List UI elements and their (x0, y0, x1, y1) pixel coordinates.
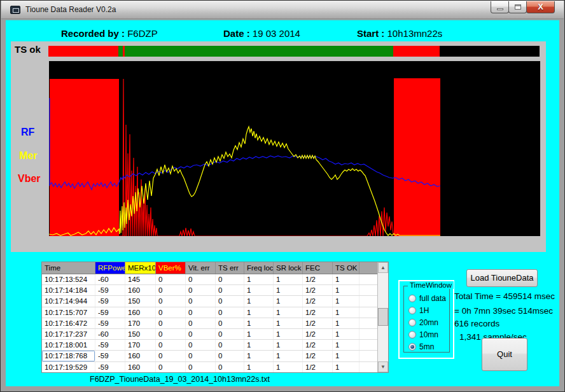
table-cell[interactable]: 160 (125, 362, 156, 372)
table-cell[interactable]: 1 (274, 362, 303, 372)
table-row[interactable]: 10:17:14:944-59150000111/21 (42, 296, 377, 307)
table-cell[interactable]: 1/2 (303, 340, 333, 350)
table-cell[interactable]: 0 (216, 318, 244, 328)
table-cell[interactable]: 0 (216, 329, 244, 339)
load-tiounedata-button[interactable]: Load TiouneData (466, 269, 538, 287)
table-cell[interactable]: 0 (156, 340, 186, 350)
radio-icon[interactable] (408, 319, 416, 326)
table-cell[interactable]: 0 (186, 285, 216, 295)
table-cell[interactable]: -60 (95, 274, 125, 284)
table-cell[interactable]: 160 (125, 307, 156, 318)
table-cell[interactable]: 1 (333, 307, 359, 318)
table-cell[interactable]: 1 (244, 318, 274, 328)
column-header[interactable]: Freq lock (244, 262, 274, 274)
column-header[interactable]: RFPower (95, 262, 125, 274)
maximize-button[interactable] (508, 1, 527, 13)
table-cell[interactable]: -59 (95, 285, 125, 295)
table-cell[interactable]: 0 (216, 285, 244, 295)
table-cell[interactable]: 145 (125, 274, 156, 284)
table-cell[interactable]: 1 (244, 307, 274, 318)
table-cell[interactable]: 1 (333, 274, 359, 284)
table-cell[interactable]: 0 (156, 285, 186, 295)
table-cell[interactable]: 10:17:13:524 (42, 274, 95, 284)
table-cell[interactable]: 160 (125, 351, 156, 361)
time-window-option-1H[interactable]: 1H (408, 306, 429, 315)
table-cell[interactable]: 1 (333, 296, 359, 306)
scrollbar-down-icon[interactable]: ▼ (378, 361, 388, 372)
table-cell[interactable]: 1 (274, 296, 303, 306)
table-row[interactable]: 10:17:14:184-59160000111/21 (42, 285, 377, 296)
table-cell[interactable]: 0 (216, 351, 244, 361)
column-header[interactable]: VBer% (156, 262, 186, 274)
table-cell[interactable]: 0 (156, 351, 186, 361)
table-cell[interactable]: 10:17:14:184 (42, 285, 95, 295)
radio-selected-icon[interactable] (408, 343, 416, 351)
table-cell[interactable]: 0 (216, 340, 244, 350)
radio-icon[interactable] (408, 295, 416, 302)
table-cell[interactable]: 10:17:16:472 (42, 318, 95, 328)
table-cell[interactable]: 160 (125, 285, 156, 295)
table-cell[interactable]: 1 (244, 329, 274, 339)
table-cell[interactable]: 150 (125, 296, 156, 306)
column-header[interactable]: TS OK (333, 262, 359, 274)
table-cell[interactable]: 0 (216, 274, 244, 284)
table-cell[interactable]: -59 (95, 296, 125, 306)
radio-icon[interactable] (408, 307, 416, 314)
table-cell[interactable]: 1 (333, 340, 359, 350)
column-header[interactable]: SR lock (274, 262, 303, 274)
table-cell[interactable]: 1/2 (303, 329, 333, 339)
table-cell[interactable]: 0 (156, 318, 186, 328)
column-header[interactable]: MERx10 (125, 262, 156, 274)
table-cell[interactable]: 1/2 (303, 351, 333, 361)
table-cell[interactable]: 0 (186, 274, 216, 284)
table-cell[interactable]: 0 (156, 329, 186, 339)
table-cell[interactable]: 1 (274, 351, 303, 361)
table-cell[interactable]: 10:17:18:768 (42, 351, 95, 361)
table-cell[interactable]: 10:17:17:237 (42, 329, 95, 339)
time-window-option-full-data[interactable]: full data (408, 294, 446, 303)
column-header[interactable]: TS err (216, 262, 244, 274)
column-header[interactable]: Vit. err (186, 262, 216, 274)
table-cell[interactable]: 1/2 (303, 285, 333, 295)
table-cell[interactable]: 1 (274, 285, 303, 295)
table-cell[interactable]: 1 (274, 340, 303, 350)
table-cell[interactable]: 1 (244, 285, 274, 295)
table-cell[interactable]: 1 (274, 318, 303, 328)
table-cell[interactable]: 10:17:19:529 (42, 362, 95, 372)
table-cell[interactable]: 1 (274, 274, 303, 284)
table-cell[interactable]: 0 (216, 307, 244, 318)
table-cell[interactable]: 0 (156, 274, 186, 284)
table-cell[interactable]: 0 (186, 318, 216, 328)
table-cell[interactable]: 1/2 (303, 307, 333, 318)
table-cell[interactable]: -59 (95, 318, 125, 328)
table-cell[interactable]: 0 (216, 362, 244, 372)
title-bar[interactable]: Tioune Data Reader V0.2a X (1, 1, 564, 19)
table-cell[interactable]: 150 (125, 329, 156, 339)
table-cell[interactable]: -59 (95, 307, 125, 318)
table-cell[interactable]: -59 (95, 340, 125, 350)
table-row[interactable]: 10:17:17:237-60150000111/21 (42, 329, 377, 340)
table-row[interactable]: 10:17:13:524-60145000111/21 (42, 274, 377, 285)
minimize-button[interactable] (491, 1, 509, 13)
table-cell[interactable]: 1 (333, 285, 359, 295)
table-cell[interactable]: -59 (95, 351, 125, 361)
scrollbar-up-icon[interactable]: ▲ (378, 262, 388, 273)
table-cell[interactable]: 0 (156, 362, 186, 372)
table-cell[interactable]: 0 (186, 362, 216, 372)
table-cell[interactable]: 170 (125, 340, 156, 350)
table-cell[interactable]: 1 (274, 307, 303, 318)
table-cell[interactable]: 1/2 (303, 362, 333, 372)
quit-button[interactable]: Quit (482, 338, 527, 371)
table-cell[interactable]: 1 (274, 329, 303, 339)
time-window-option-10mn[interactable]: 10mn (408, 330, 438, 339)
table-cell[interactable]: 1/2 (303, 274, 333, 284)
table-scrollbar[interactable]: ▲ ▼ (377, 262, 388, 372)
table-cell[interactable]: -59 (95, 362, 125, 372)
time-window-option-20mn[interactable]: 20mn (408, 318, 438, 327)
table-cell[interactable]: 1 (244, 296, 274, 306)
table-cell[interactable]: 0 (216, 296, 244, 306)
table-cell[interactable]: 0 (156, 307, 186, 318)
table-cell[interactable]: 0 (186, 351, 216, 361)
table-cell[interactable]: 0 (186, 340, 216, 350)
table-cell[interactable]: 1/2 (303, 318, 333, 328)
